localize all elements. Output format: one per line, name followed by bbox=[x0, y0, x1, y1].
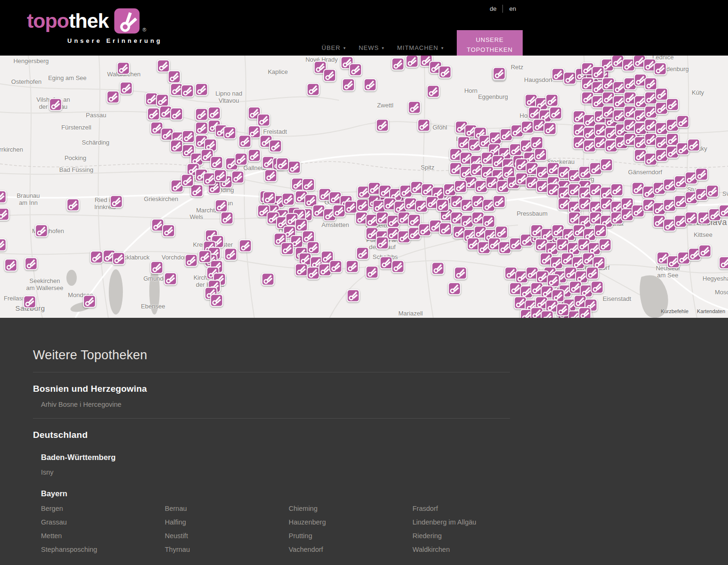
topothek-link[interactable]: Chieming bbox=[289, 505, 317, 512]
topothek-map-marker[interactable] bbox=[551, 68, 565, 81]
lang-en[interactable]: en bbox=[509, 5, 516, 12]
topothek-map-marker[interactable] bbox=[563, 72, 576, 85]
topothek-map-marker[interactable] bbox=[586, 266, 599, 280]
topothek-map-marker[interactable] bbox=[599, 238, 612, 251]
topothek-map-marker[interactable] bbox=[263, 191, 276, 204]
topothek-map-marker[interactable] bbox=[594, 224, 607, 237]
topothek-map-marker[interactable] bbox=[541, 310, 554, 318]
topothek-map-marker[interactable] bbox=[543, 122, 557, 135]
topothek-link[interactable]: Stephansposching bbox=[41, 546, 97, 553]
topothek-link[interactable]: Neustift bbox=[165, 532, 188, 540]
topothek-map-marker[interactable] bbox=[170, 139, 183, 153]
topothek-map-marker[interactable] bbox=[719, 256, 728, 269]
topothek-map-marker[interactable] bbox=[438, 65, 452, 79]
unsere-topotheken-button[interactable]: UNSERETOPOTHEKEN bbox=[457, 30, 523, 56]
topothek-map-marker[interactable] bbox=[347, 289, 360, 302]
map-data-link[interactable]: Kartendaten bbox=[697, 308, 725, 314]
topothek-link[interactable]: Metten bbox=[41, 532, 62, 540]
topothek-map-marker[interactable] bbox=[4, 258, 17, 272]
topothek-map-marker[interactable] bbox=[342, 78, 355, 91]
topothek-map-marker[interactable] bbox=[556, 303, 569, 316]
topothek-map-marker[interactable] bbox=[323, 69, 336, 82]
topothek-map-marker[interactable] bbox=[238, 135, 251, 148]
topothek-map-marker[interactable] bbox=[448, 282, 461, 295]
topothek-map-marker[interactable] bbox=[150, 261, 163, 274]
topothek-map-marker[interactable] bbox=[83, 295, 96, 308]
topothek-map-marker[interactable] bbox=[405, 56, 419, 68]
topothek-map-marker[interactable] bbox=[454, 266, 467, 280]
topothek-map-marker[interactable] bbox=[549, 106, 562, 120]
topothek-map-marker[interactable] bbox=[248, 149, 261, 162]
topothek-link[interactable]: Bernau bbox=[165, 505, 187, 512]
topothek-map-marker[interactable] bbox=[181, 84, 194, 97]
topothek-map-marker[interactable] bbox=[719, 204, 728, 218]
topothek-map-marker[interactable] bbox=[666, 98, 679, 111]
topothek-map-marker[interactable] bbox=[35, 224, 48, 237]
topothek-map-marker[interactable] bbox=[530, 136, 543, 149]
topothek-map-marker[interactable] bbox=[110, 195, 123, 208]
topothek-map-marker[interactable] bbox=[376, 119, 389, 132]
topothek-map-marker[interactable] bbox=[495, 226, 508, 239]
topothek-link[interactable]: Vachendorf bbox=[289, 546, 323, 553]
topothek-map-marker[interactable] bbox=[408, 101, 421, 114]
topothek-map-marker[interactable] bbox=[698, 244, 712, 258]
topothek-map-marker[interactable] bbox=[182, 130, 195, 143]
topothek-map-marker[interactable] bbox=[261, 273, 275, 286]
topothek-map-marker[interactable] bbox=[676, 115, 689, 128]
topothek-map-marker[interactable] bbox=[220, 211, 234, 225]
topothek-map-marker[interactable] bbox=[195, 108, 208, 121]
topothek-map-marker[interactable] bbox=[307, 83, 320, 96]
topothek-map-marker[interactable] bbox=[164, 272, 177, 285]
topothek-map-marker[interactable] bbox=[687, 138, 700, 152]
topothek-map-marker[interactable] bbox=[391, 260, 404, 273]
topothek-map-marker[interactable] bbox=[24, 257, 38, 270]
topothek-map-marker[interactable] bbox=[210, 294, 223, 307]
topotheken-map[interactable]: HengersbergOsterhofenEging am SeeWaldkir… bbox=[0, 56, 728, 318]
topothek-map-marker[interactable] bbox=[521, 121, 534, 134]
topothek-map-marker[interactable] bbox=[264, 169, 277, 182]
topothek-map-marker[interactable] bbox=[210, 156, 223, 169]
topothek-map-marker[interactable] bbox=[49, 98, 62, 111]
topothek-map-marker[interactable] bbox=[282, 193, 295, 206]
topothek-map-marker[interactable] bbox=[427, 85, 440, 98]
topothek-map-marker[interactable] bbox=[431, 262, 445, 275]
topothek-map-marker[interactable] bbox=[147, 107, 160, 121]
topothek-map-marker[interactable] bbox=[590, 281, 604, 294]
topothek-map-marker[interactable] bbox=[534, 148, 547, 161]
topothek-map-marker[interactable] bbox=[281, 242, 294, 255]
nav-item-ber[interactable]: ÜBER▾ bbox=[322, 44, 346, 51]
topothek-map-marker[interactable] bbox=[235, 153, 248, 166]
topothek-map-marker[interactable] bbox=[181, 174, 194, 187]
topothek-map-marker[interactable] bbox=[168, 70, 181, 83]
topothek-map-marker[interactable] bbox=[215, 199, 228, 212]
topothek-link[interactable]: Riedering bbox=[413, 532, 442, 540]
topothek-map-marker[interactable] bbox=[493, 67, 506, 80]
topothek-map-marker[interactable] bbox=[364, 78, 377, 91]
topothek-map-marker[interactable] bbox=[329, 260, 342, 273]
topothek-map-marker[interactable] bbox=[356, 247, 369, 260]
topothek-map-marker[interactable] bbox=[600, 158, 613, 171]
topothek-link[interactable]: Arhiv Bosne i Hercegovine bbox=[41, 401, 121, 408]
topothek-map-marker[interactable] bbox=[332, 204, 346, 218]
topothek-map-marker[interactable] bbox=[170, 107, 183, 121]
topothek-link[interactable]: Prutting bbox=[289, 532, 312, 540]
topothek-map-marker[interactable] bbox=[610, 183, 623, 196]
topothek-map-marker[interactable] bbox=[214, 169, 227, 182]
topothek-map-marker[interactable] bbox=[231, 170, 244, 184]
nav-item-news[interactable]: NEWS▾ bbox=[359, 44, 385, 51]
topothek-map-marker[interactable] bbox=[223, 126, 236, 139]
topothek-map-marker[interactable] bbox=[493, 195, 506, 208]
topothek-map-marker[interactable] bbox=[295, 218, 308, 232]
topothek-link[interactable]: Halfing bbox=[165, 518, 186, 526]
topothek-map-marker[interactable] bbox=[120, 81, 133, 95]
topothek-map-marker[interactable] bbox=[654, 62, 667, 75]
topothek-map-marker[interactable] bbox=[0, 238, 7, 251]
topothek-map-marker[interactable] bbox=[307, 266, 320, 280]
topothek-map-marker[interactable] bbox=[23, 295, 36, 308]
topothek-map-marker[interactable] bbox=[0, 208, 9, 221]
topothek-map-marker[interactable] bbox=[288, 161, 301, 174]
topothek-map-marker[interactable] bbox=[365, 266, 379, 279]
topothek-map-marker[interactable] bbox=[380, 256, 393, 269]
lang-de[interactable]: de bbox=[490, 5, 496, 12]
topothek-map-marker[interactable] bbox=[117, 62, 130, 75]
